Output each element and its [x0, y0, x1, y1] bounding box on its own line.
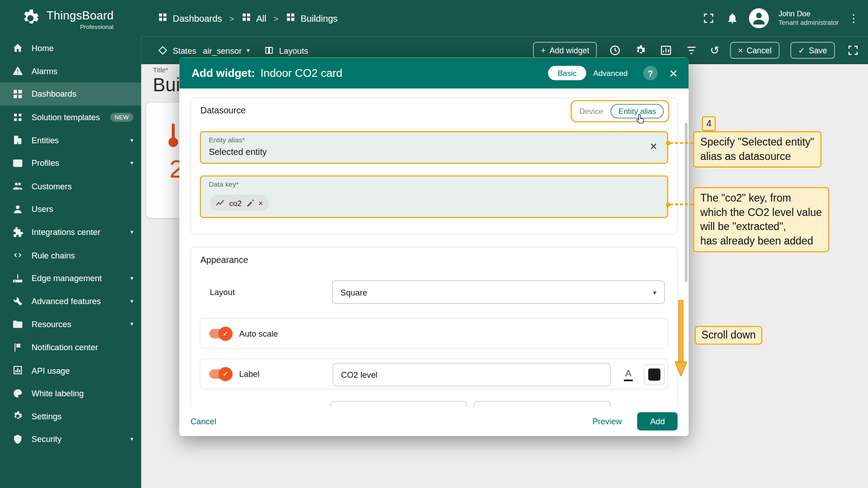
add-widget-label: Add widget	[549, 46, 589, 55]
sidebar-item-label: Edge management	[32, 273, 102, 283]
entity-aliases-chart-icon[interactable]	[659, 43, 674, 58]
add-button[interactable]: Add	[637, 412, 678, 430]
edit-pencil-icon[interactable]	[246, 199, 254, 206]
states-diamond-icon	[158, 45, 168, 55]
sidebar-item-dashboards[interactable]: Dashboards	[0, 83, 141, 106]
notifications-bell-icon[interactable]	[725, 11, 740, 25]
label-color-swatch[interactable]	[644, 364, 665, 385]
layouts-button[interactable]: Layouts	[264, 45, 308, 55]
breadcrumb-buildings[interactable]: Buildings	[286, 12, 338, 24]
chevron-down-icon: ▾	[130, 320, 133, 328]
new-badge: NEW	[110, 113, 133, 122]
brand-subtitle: Professional	[47, 23, 113, 30]
layout-select[interactable]: Square ▾	[332, 281, 665, 304]
breadcrumb-label: Dashboards	[173, 13, 222, 23]
sidebar-item-customers[interactable]: Customers	[0, 174, 141, 197]
dialog-cancel-button[interactable]: Cancel	[190, 417, 216, 426]
solution-templates-icon	[12, 112, 23, 122]
api-usage-icon	[12, 365, 23, 375]
entity-alias-field[interactable]: Entity alias* Selected entity ×	[200, 131, 668, 164]
tab-advanced[interactable]: Advanced	[586, 66, 635, 80]
toolbar-actions: + Add widget ↺ × Cancel ✓ Save	[533, 42, 860, 59]
customers-icon	[12, 181, 23, 192]
dialog-footer: Cancel Preview Add	[179, 407, 689, 436]
dashboard-settings-gear-icon[interactable]	[633, 43, 648, 58]
label-toggle[interactable]: ✓	[209, 369, 231, 379]
entity-alias-value: Selected entity	[209, 147, 267, 157]
chevron-down-icon: ▾	[130, 136, 133, 144]
sidebar-item-entities[interactable]: Entities ▾	[0, 129, 141, 152]
connector-dashed-line	[670, 204, 693, 206]
preview-button[interactable]: Preview	[592, 417, 622, 426]
brand-header: ThingsBoard Professional	[0, 0, 141, 37]
sidebar-item-settings[interactable]: Settings	[0, 405, 141, 428]
clear-entity-alias-icon[interactable]: ×	[650, 140, 657, 154]
state-selector[interactable]: air_sensor ▾	[203, 46, 250, 55]
dialog-title: Indoor CO2 card	[260, 67, 342, 80]
remove-data-key-icon[interactable]: ×	[258, 198, 263, 207]
breadcrumb: Dashboards > All > Buildings	[158, 12, 338, 24]
dialog-header: Add widget: Indoor CO2 card Basic Advanc…	[179, 57, 689, 89]
sidebar-item-white-labeling[interactable]: White labeling	[0, 382, 141, 405]
sidebar-item-profiles[interactable]: Profiles ▾	[0, 151, 141, 174]
dashboard-title-input[interactable]: Bui	[153, 74, 180, 96]
sidebar-item-advanced-features[interactable]: Advanced features ▾	[0, 290, 141, 313]
connector-dashed-line	[670, 142, 693, 144]
dialog-body: Datasource Device Entity alias Entity al…	[179, 89, 689, 436]
sidebar-item-home[interactable]: Home	[0, 37, 141, 60]
tab-basic[interactable]: Basic	[548, 66, 586, 80]
chevron-down-icon: ▾	[653, 288, 656, 296]
timewindow-clock-icon[interactable]	[608, 43, 623, 58]
sidebar-item-label: White labeling	[32, 389, 84, 398]
rule-chains-icon	[12, 249, 23, 260]
sidebar-item-label: Settings	[32, 412, 61, 421]
datasource-type-device[interactable]: Device	[576, 104, 606, 117]
sidebar-item-users[interactable]: Users	[0, 197, 141, 221]
settings-gear-icon	[12, 411, 23, 422]
user-avatar[interactable]	[749, 8, 769, 28]
sidebar-item-security[interactable]: Security ▾	[0, 428, 141, 451]
datasource-type-toggle-highlight: Device Entity alias	[571, 100, 670, 122]
integrations-icon	[12, 226, 23, 237]
sidebar-item-label: Security	[32, 435, 61, 444]
save-button[interactable]: ✓ Save	[790, 42, 835, 59]
font-color-icon[interactable]: A	[618, 365, 638, 385]
filters-icon[interactable]	[684, 43, 699, 58]
edge-management-icon	[12, 272, 23, 283]
hand-pointer-cursor-icon	[636, 113, 646, 127]
breadcrumb-all[interactable]: All	[241, 12, 267, 24]
datasource-section-title: Datasource	[200, 106, 245, 116]
data-key-chip-label: co2	[229, 198, 242, 207]
appearance-section: Appearance Layout Square ▾ ✓ Auto scale …	[190, 247, 678, 432]
cancel-edit-button[interactable]: × Cancel	[730, 42, 779, 59]
auto-scale-toggle[interactable]: ✓	[209, 328, 231, 338]
entities-icon	[12, 135, 23, 145]
sidebar-item-label: Dashboards	[32, 89, 76, 99]
advanced-features-icon	[12, 296, 23, 306]
sidebar-item-solution-templates[interactable]: Solution templates NEW	[0, 106, 141, 129]
sidebar-item-alarms[interactable]: Alarms	[0, 60, 141, 83]
data-key-chip[interactable]: co2 ×	[210, 195, 269, 211]
sidebar-item-resources[interactable]: Resources ▾	[0, 313, 141, 336]
fullscreen-icon[interactable]	[702, 11, 716, 25]
header-actions: John Doe Tenant administrator ⋮	[702, 8, 859, 28]
breadcrumb-dashboards[interactable]: Dashboards	[158, 12, 222, 24]
help-icon[interactable]: ?	[643, 66, 658, 80]
close-icon[interactable]: ×	[666, 66, 681, 80]
sidebar-item-integrations-center[interactable]: Integrations center ▾	[0, 221, 141, 244]
add-widget-button[interactable]: + Add widget	[533, 42, 597, 59]
dialog-title-prefix: Add widget:	[192, 67, 255, 80]
label-label: Label	[239, 369, 259, 379]
chevron-down-icon: ▾	[130, 436, 133, 443]
sidebar-item-api-usage[interactable]: API usage	[0, 359, 141, 382]
kebab-menu-icon[interactable]: ⋮	[848, 12, 859, 25]
data-key-field[interactable]: Data key* co2 ×	[200, 175, 668, 218]
sidebar-item-edge-management[interactable]: Edge management ▾	[0, 267, 141, 290]
label-text-input[interactable]	[333, 363, 611, 386]
version-history-icon[interactable]: ↺	[710, 45, 719, 56]
dialog-scrollbar-thumb[interactable]	[685, 123, 688, 282]
sidebar-item-notification-center[interactable]: Notification center	[0, 336, 141, 359]
sidebar-item-rule-chains[interactable]: Rule chains	[0, 244, 141, 267]
expand-fullscreen-icon[interactable]	[846, 43, 860, 58]
states-button[interactable]: States	[158, 45, 196, 55]
